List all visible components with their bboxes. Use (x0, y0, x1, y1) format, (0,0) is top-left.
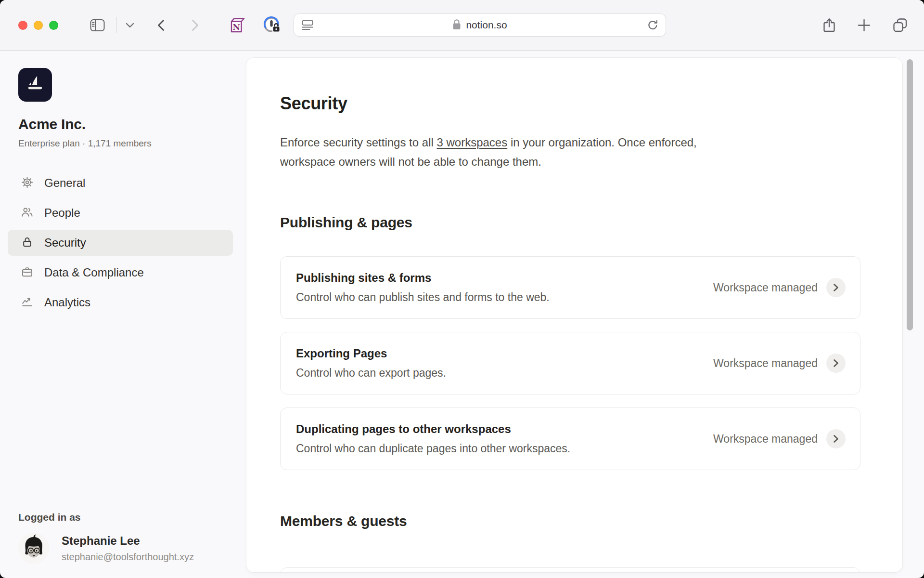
chevron-down-icon[interactable] (126, 23, 134, 28)
card-title: Publishing sites & forms (296, 271, 550, 285)
reader-view-icon[interactable] (302, 20, 313, 30)
tls-lock-icon (452, 19, 461, 32)
status-badge: Workspace managed (713, 281, 818, 294)
people-icon (21, 206, 33, 220)
sidebar-item-label: Security (44, 236, 86, 250)
intro-before: Enforce security settings to all (280, 136, 436, 149)
logged-in-as-label: Logged in as (18, 512, 246, 523)
sidebar-item-label: Data & Compliance (44, 266, 144, 279)
back-icon[interactable] (157, 19, 165, 31)
card-duplicating-pages[interactable]: Duplicating pages to other workspaces Co… (280, 407, 860, 470)
sidebar-item-label: People (44, 206, 80, 220)
card-publishing-sites-forms[interactable]: Publishing sites & forms Control who can… (280, 256, 860, 319)
sidebar-toggle-icon[interactable] (90, 19, 105, 32)
publishing-cards: Publishing sites & forms Control who can… (280, 256, 860, 470)
minimize-window-button[interactable] (34, 21, 43, 30)
workspaces-link[interactable]: 3 workspaces (436, 136, 507, 149)
settings-panel: Security Enforce security settings to al… (246, 58, 902, 572)
section-heading-members: Members & guests (280, 512, 902, 530)
sidebar-item-general[interactable]: General (8, 170, 233, 196)
zoom-window-button[interactable] (49, 21, 58, 30)
page-title: Security (280, 93, 902, 114)
page-content: Acme Inc. Enterprise plan · 1,171 member… (0, 51, 924, 578)
traffic-lights (18, 21, 58, 30)
avatar (18, 533, 49, 564)
sidebar-footer: Logged in as (18, 512, 246, 564)
card-description: Control who can duplicate pages into oth… (296, 442, 570, 455)
chevron-right-icon[interactable] (826, 429, 846, 448)
address-text: notion.so (466, 19, 507, 31)
forward-icon[interactable] (192, 19, 199, 31)
sidebar-nav: General People (8, 170, 233, 315)
svg-text:N: N (232, 22, 240, 31)
scrollbar[interactable] (907, 59, 913, 330)
card-description: Control who can export pages. (296, 367, 446, 380)
card-description: Control who can publish sites and forms … (296, 291, 550, 304)
workspace-meta: Enterprise plan · 1,171 members (18, 138, 246, 149)
chevron-right-icon[interactable] (826, 354, 846, 373)
sailboat-icon (25, 73, 46, 96)
admin-sidebar: Acme Inc. Enterprise plan · 1,171 member… (0, 51, 246, 578)
onepassword-extension-icon[interactable] (263, 16, 281, 34)
close-window-button[interactable] (18, 21, 27, 30)
card-partial[interactable] (280, 567, 860, 572)
status-badge: Workspace managed (713, 357, 818, 370)
card-title: Exporting Pages (296, 347, 446, 360)
tab-overview-icon[interactable] (893, 18, 908, 33)
reload-icon[interactable] (647, 19, 659, 31)
address-bar[interactable]: notion.so (294, 13, 666, 37)
card-title: Duplicating pages to other workspaces (296, 422, 570, 436)
card-exporting-pages[interactable]: Exporting Pages Control who can export p… (280, 332, 860, 394)
sidebar-item-people[interactable]: People (8, 200, 233, 226)
safari-window: N (0, 0, 924, 578)
briefcase-icon (21, 266, 33, 280)
sidebar-item-label: General (44, 176, 85, 190)
chart-icon (21, 296, 33, 310)
status-badge: Workspace managed (713, 433, 818, 446)
toolbar-divider (116, 17, 117, 33)
sidebar-item-data-compliance[interactable]: Data & Compliance (8, 260, 233, 286)
chevron-right-icon[interactable] (826, 278, 846, 297)
intro-text: Enforce security settings to all 3 works… (280, 133, 735, 171)
workspace-logo (18, 68, 52, 102)
share-icon[interactable] (823, 18, 835, 33)
main-area: Security Enforce security settings to al… (246, 51, 924, 578)
sidebar-item-analytics[interactable]: Analytics (8, 289, 233, 315)
user-email: stephanie@toolsforthought.xyz (62, 552, 194, 563)
browser-toolbar: N (0, 0, 924, 51)
section-heading-publishing: Publishing & pages (280, 214, 902, 231)
user-name: Stephanie Lee (62, 534, 194, 548)
lock-icon (21, 236, 33, 250)
gear-icon (21, 176, 33, 190)
plus-icon[interactable] (858, 19, 871, 32)
workspace-name: Acme Inc. (18, 116, 246, 132)
sidebar-item-label: Analytics (44, 296, 90, 309)
sidebar-item-security[interactable]: Security (8, 230, 233, 256)
notion-extension-icon[interactable]: N (229, 17, 245, 33)
current-user: Stephanie Lee stephanie@toolsforthought.… (18, 533, 246, 564)
